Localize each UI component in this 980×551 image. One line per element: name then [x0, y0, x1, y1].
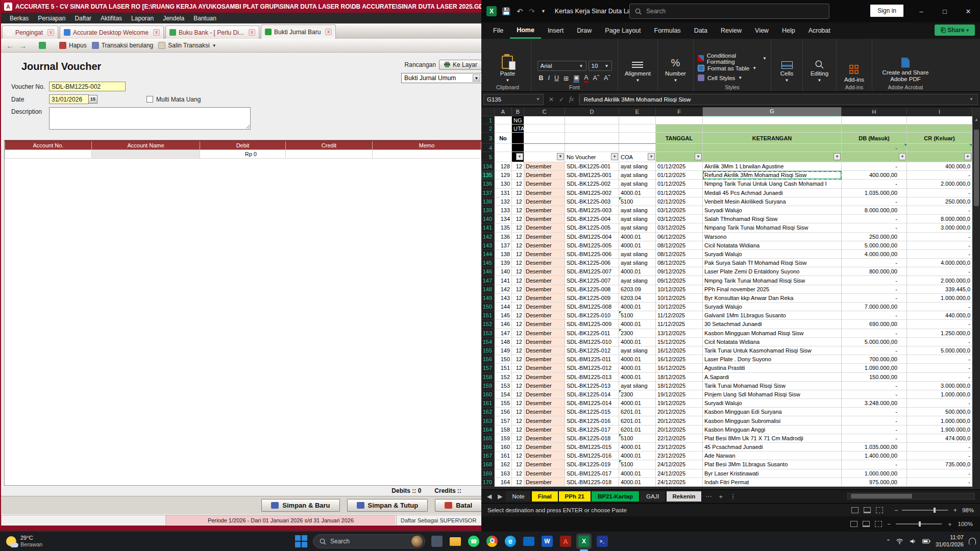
row-number[interactable]: 154: [481, 338, 495, 346]
cell[interactable]: -: [842, 144, 907, 152]
row-number[interactable]: 155: [481, 346, 495, 355]
cell[interactable]: 142: [495, 285, 512, 294]
row-number[interactable]: 141: [481, 223, 495, 232]
cell[interactable]: Desember: [524, 180, 565, 188]
transaksi-berulang-button[interactable]: Transaksi berulang: [92, 42, 154, 49]
cell[interactable]: -: [907, 206, 972, 215]
filter-dropdown-icon[interactable]: ▾: [964, 153, 971, 160]
menu-item-aktifitas[interactable]: Aktifitas: [96, 15, 127, 22]
row-number[interactable]: 153: [481, 329, 495, 338]
row-number[interactable]: 156: [481, 355, 495, 364]
cell[interactable]: 4000.01: [619, 303, 656, 311]
cell[interactable]: SDL-BK1225-006: [565, 259, 619, 267]
cell[interactable]: Desember: [524, 206, 565, 215]
cell[interactable]: Desember: [524, 233, 565, 241]
cell[interactable]: [907, 116, 972, 124]
cell[interactable]: SDL-BK1225-015: [565, 408, 619, 416]
paste-button[interactable]: Paste▼: [500, 56, 515, 83]
whatsapp-icon[interactable]: ☎: [466, 534, 481, 549]
row-number[interactable]: 143: [481, 241, 495, 250]
tray-chevron-up-icon[interactable]: ⌃: [886, 538, 891, 545]
cell[interactable]: -: [842, 460, 907, 469]
cell[interactable]: 158: [495, 425, 512, 434]
cell[interactable]: ayat silang: [619, 180, 656, 188]
cell[interactable]: Kasbon Mingguan Edi Suryana: [703, 408, 842, 416]
cell[interactable]: 09/12/2025: [656, 267, 703, 276]
cell[interactable]: 12: [512, 206, 524, 215]
start-button[interactable]: [293, 534, 309, 549]
cell[interactable]: 12: [512, 443, 524, 452]
cell[interactable]: 139: [495, 259, 512, 267]
battery-icon[interactable]: [922, 538, 930, 545]
cell[interactable]: 08/12/2025: [656, 241, 703, 250]
cell[interactable]: 12: [512, 233, 524, 241]
vertical-scrollbar[interactable]: ▲: [972, 116, 980, 489]
column-header-B[interactable]: B: [512, 107, 524, 116]
cell[interactable]: SDL-BM1225-018: [565, 478, 619, 487]
filter-dropdown-icon[interactable]: ▾: [611, 153, 618, 160]
cell[interactable]: SDL-BM1225-006: [565, 250, 619, 259]
excel-titlebar[interactable]: X 💾 ↶ ↷ ▼ Kertas Kerja Sinar Duta Laser …: [481, 0, 980, 22]
italic-button[interactable]: I: [548, 74, 549, 82]
volume-icon[interactable]: [909, 538, 917, 545]
cell[interactable]: Desember: [524, 460, 565, 469]
ribbon-tab-page-layout[interactable]: Page Layout: [598, 23, 647, 38]
cell[interactable]: 1.900.000,0: [907, 425, 972, 434]
cell[interactable]: 15/12/2025: [656, 338, 703, 346]
cell[interactable]: 12: [512, 434, 524, 443]
cell[interactable]: SDL-BK1225-009: [565, 294, 619, 303]
cell[interactable]: 164: [495, 478, 512, 487]
cell[interactable]: 24/12/2025: [656, 478, 703, 487]
cell[interactable]: 1.400.000,00: [842, 452, 907, 460]
cell[interactable]: SDL-BM1225-002: [565, 189, 619, 197]
cell[interactable]: A.Sapardi: [703, 373, 842, 382]
cell[interactable]: Suryadi Walujo: [703, 206, 842, 215]
vertical-scrollbar-thumb[interactable]: [974, 130, 979, 206]
cell[interactable]: Desember: [524, 294, 565, 303]
date-field[interactable]: 31/01/2026: [49, 94, 89, 104]
cell[interactable]: 16/12/2025: [656, 355, 703, 364]
insert-function-icon[interactable]: fx: [569, 95, 574, 103]
cell[interactable]: 4000.01: [619, 399, 656, 408]
row-number[interactable]: 168: [481, 460, 495, 469]
cell[interactable]: -: [842, 197, 907, 206]
cell[interactable]: ayat silang: [619, 162, 656, 171]
cell[interactable]: KETERANGAN: [703, 133, 842, 144]
cell[interactable]: 151: [495, 364, 512, 372]
cell[interactable]: 5: [481, 152, 495, 162]
row-number[interactable]: 135: [481, 171, 495, 180]
cell[interactable]: 2300: [619, 390, 656, 399]
row-number[interactable]: 151: [481, 311, 495, 320]
cell[interactable]: TANGGAL: [656, 133, 703, 144]
cell[interactable]: 146: [495, 320, 512, 329]
cell[interactable]: -: [907, 338, 972, 346]
cell[interactable]: ayat silang: [619, 346, 656, 355]
multi-currency-checkbox[interactable]: [146, 96, 153, 103]
cell[interactable]: 12: [512, 171, 524, 180]
close-tab-icon[interactable]: x: [47, 29, 54, 36]
cell[interactable]: 4000.01: [619, 241, 656, 250]
row-number[interactable]: 150: [481, 303, 495, 311]
cell[interactable]: 2.000.000,0: [907, 180, 972, 188]
cell[interactable]: 10/12/2025: [656, 294, 703, 303]
cell[interactable]: 03/12/2025: [656, 223, 703, 232]
horizontal-scrollbar[interactable]: [847, 493, 975, 499]
simpan-tutup-button[interactable]: Simpan & Tutup: [347, 499, 428, 512]
cell[interactable]: 12: [512, 452, 524, 460]
cell[interactable]: 133: [495, 206, 512, 215]
cell[interactable]: [656, 116, 703, 124]
cell[interactable]: 157: [495, 416, 512, 425]
cell[interactable]: Desember: [524, 189, 565, 197]
cell[interactable]: 6201.01: [619, 416, 656, 425]
cell[interactable]: SDL-BM1225-001: [565, 171, 619, 180]
cell[interactable]: [703, 144, 842, 152]
ribbon-tab-help[interactable]: Help: [775, 23, 802, 38]
sheet-tab-pph-21[interactable]: PPh 21: [559, 491, 591, 502]
cell[interactable]: 141: [495, 276, 512, 285]
cell[interactable]: 12: [512, 399, 524, 408]
row-number[interactable]: 147: [481, 276, 495, 285]
cell[interactable]: 12: [512, 267, 524, 276]
cell[interactable]: ayat silang: [619, 215, 656, 223]
ribbon-tab-draw[interactable]: Draw: [570, 23, 598, 38]
zoom-out-icon[interactable]: −: [895, 507, 898, 513]
